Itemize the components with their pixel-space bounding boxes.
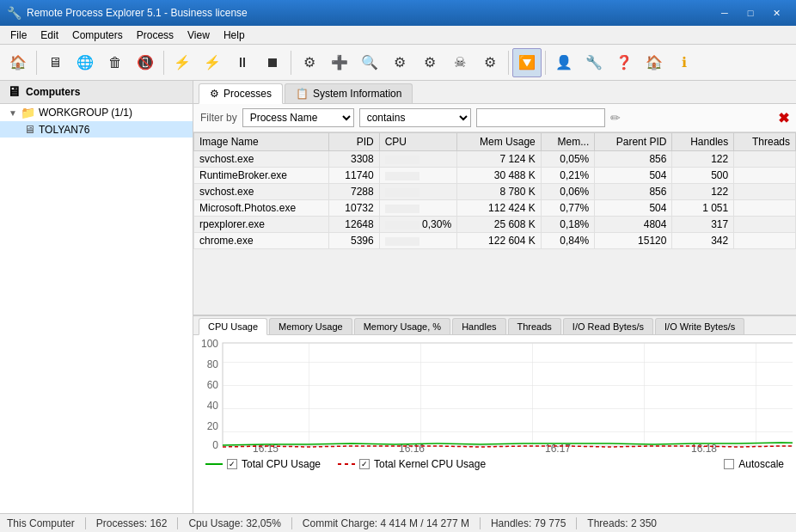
- toolbar-gear-button[interactable]: ⚙: [385, 48, 414, 77]
- chart-tab-6[interactable]: I/O Write Bytes/s: [655, 318, 744, 334]
- cell-cpu: [379, 184, 456, 200]
- filter-erase-icon[interactable]: ✏: [610, 111, 621, 125]
- toolbar-filter-button[interactable]: 🔽: [512, 48, 542, 77]
- close-button[interactable]: ✕: [763, 0, 789, 26]
- toolbar-add-computer-button[interactable]: 🖥: [40, 48, 70, 77]
- col-handles[interactable]: Handles: [672, 133, 734, 151]
- status-threads: Threads: 2 350: [577, 517, 667, 529]
- autoscale-checkbox[interactable]: [724, 459, 734, 469]
- table-row[interactable]: rpexplorer.exe 12648 0,30% 25 608 K 0,18…: [194, 217, 796, 233]
- col-threads[interactable]: Threads: [734, 133, 796, 151]
- toolbar-stop-button[interactable]: ⏹: [258, 48, 287, 77]
- total-cpu-checkbox[interactable]: ✓: [227, 459, 237, 469]
- toolbar-network-button[interactable]: 🌐: [70, 48, 100, 77]
- toolbar-home2-button[interactable]: 🏠: [640, 48, 669, 77]
- table-row[interactable]: svchost.exe 7288 8 780 K 0,06% 856 122: [194, 184, 796, 200]
- tab-system-information[interactable]: 📋 System Information: [285, 83, 413, 103]
- sidebar-item-computer[interactable]: 🖥 TOLYAN76: [0, 121, 193, 138]
- toolbar-wrench-button[interactable]: 🔧: [579, 48, 609, 77]
- workgroup-label: WORKGROUP (1/1): [39, 107, 132, 119]
- cell-handles: 342: [672, 233, 734, 249]
- cell-mem-pct: 0,21%: [541, 168, 594, 184]
- toolbar-pause-button[interactable]: ⏸: [228, 48, 257, 77]
- table-row[interactable]: svchost.exe 3308 7 124 K 0,05% 856 122: [194, 151, 796, 168]
- legend-kernel-cpu-label: Total Kernel CPU Usage: [374, 458, 486, 470]
- maximize-button[interactable]: □: [738, 0, 763, 26]
- app-title: Remote Process Explorer 5.1 - Business l…: [27, 7, 712, 19]
- process-tbody: svchost.exe 3308 7 124 K 0,05% 856 122 R…: [194, 151, 796, 249]
- toolbar-search-button[interactable]: 🔍: [355, 48, 384, 77]
- svg-text:100: 100: [201, 339, 218, 350]
- table-row[interactable]: chrome.exe 5396 122 604 K 0,84% 15120 34…: [194, 233, 796, 249]
- menu-file[interactable]: File: [3, 26, 34, 44]
- legend-autoscale: Autoscale: [724, 458, 784, 470]
- kernel-cpu-checkbox[interactable]: ✓: [359, 459, 370, 469]
- svg-text:0: 0: [212, 439, 218, 451]
- filter-condition-select[interactable]: contains equals starts with ends with: [359, 108, 471, 127]
- cell-cpu: [379, 151, 456, 168]
- sidebar: 🖥 Computers ▼ 📁 WORKGROUP (1/1) 🖥 TOLYAN…: [0, 81, 193, 513]
- expand-arrow-icon: ▼: [9, 108, 17, 118]
- col-image-name[interactable]: Image Name: [194, 133, 329, 151]
- toolbar-info-button[interactable]: ℹ: [670, 48, 699, 77]
- chart-tab-0[interactable]: CPU Usage: [199, 318, 267, 335]
- svg-rect-1: [223, 343, 793, 446]
- menu-help[interactable]: Help: [217, 26, 252, 44]
- filter-value-input[interactable]: [476, 108, 605, 127]
- cell-mem-usage: 8 780 K: [457, 184, 542, 200]
- table-row[interactable]: Microsoft.Photos.exe 10732 112 424 K 0,7…: [194, 200, 796, 217]
- menu-process[interactable]: Process: [130, 26, 181, 44]
- processes-tab-icon: ⚙: [210, 88, 219, 100]
- menu-view[interactable]: View: [181, 26, 217, 44]
- process-table-wrapper[interactable]: Image Name PID CPU Mem Usage Mem... Pare…: [193, 132, 796, 315]
- menu-edit[interactable]: Edit: [34, 26, 65, 44]
- cell-mem-usage: 30 488 K: [457, 168, 542, 184]
- cell-pid: 11740: [329, 168, 379, 184]
- menubar: FileEditComputersProcessViewHelp: [0, 26, 796, 45]
- toolbar-config2-button[interactable]: ⚙: [475, 48, 505, 77]
- legend-total-cpu-label: Total CPU Usage: [242, 458, 321, 470]
- chart-tab-5[interactable]: I/O Read Bytes/s: [563, 318, 653, 334]
- filter-field-select[interactable]: Process Name PID CPU Memory Usage: [242, 108, 354, 127]
- toolbar-kill-button[interactable]: ☠: [445, 48, 475, 77]
- toolbar-separator-5: [545, 51, 546, 75]
- cell-mem-usage: 7 124 K: [457, 151, 542, 168]
- cell-mem-pct: 0,05%: [541, 151, 594, 168]
- tab-processes[interactable]: ⚙ Processes: [199, 83, 283, 104]
- toolbar-separator-1: [36, 51, 37, 75]
- col-mem-pct[interactable]: Mem...: [541, 133, 594, 151]
- cell-handles: 122: [672, 151, 734, 168]
- toolbar-remove-button[interactable]: 🗑: [101, 48, 130, 77]
- col-cpu[interactable]: CPU: [379, 133, 456, 151]
- col-pid[interactable]: PID: [329, 133, 379, 151]
- toolbar-refresh-button[interactable]: ⚡: [168, 48, 197, 77]
- minimize-button[interactable]: ─: [712, 0, 738, 26]
- toolbar-settings-button[interactable]: ⚙: [295, 48, 324, 77]
- cpu-bar: [385, 156, 419, 164]
- col-mem-usage[interactable]: Mem Usage: [457, 133, 542, 151]
- toolbar-home-button[interactable]: 🏠: [3, 48, 33, 77]
- chart-tab-3[interactable]: Handles: [452, 318, 505, 334]
- filter-label: Filter by: [200, 112, 237, 124]
- chart-tab-2[interactable]: Memory Usage, %: [354, 318, 450, 334]
- toolbar-help-button[interactable]: ❓: [609, 48, 639, 77]
- cell-image-name: chrome.exe: [194, 233, 329, 249]
- toolbar-separator-2: [163, 51, 164, 75]
- toolbar-user-button[interactable]: 👤: [549, 48, 579, 77]
- cell-handles: 1 051: [672, 200, 734, 217]
- col-parent-pid[interactable]: Parent PID: [595, 133, 672, 151]
- filter-clear-button[interactable]: ✖: [778, 110, 789, 126]
- chart-tab-1[interactable]: Memory Usage: [269, 318, 352, 334]
- toolbar-process-button[interactable]: ⚙: [415, 48, 444, 77]
- menu-computers[interactable]: Computers: [65, 26, 130, 44]
- svg-text:40: 40: [207, 400, 219, 412]
- sidebar-item-workgroup[interactable]: ▼ 📁 WORKGROUP (1/1): [0, 104, 193, 121]
- cell-handles: 122: [672, 184, 734, 200]
- toolbar-disconnect-button[interactable]: 📵: [131, 48, 160, 77]
- table-row[interactable]: RuntimeBroker.exe 11740 30 488 K 0,21% 5…: [194, 168, 796, 184]
- toolbar-add-button[interactable]: ➕: [325, 48, 354, 77]
- cell-mem-pct: 0,84%: [541, 233, 594, 249]
- chart-tab-4[interactable]: Threads: [508, 318, 561, 334]
- toolbar-refresh-all-button[interactable]: ⚡: [198, 48, 227, 77]
- chart-tabs: CPU UsageMemory UsageMemory Usage, %Hand…: [193, 316, 796, 335]
